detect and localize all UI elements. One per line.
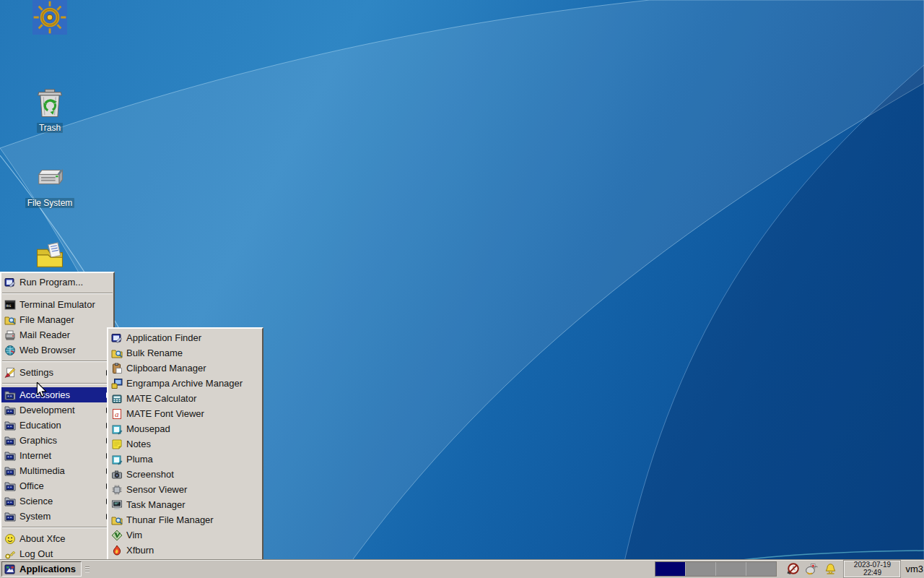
system-tray — [786, 562, 837, 576]
category-folder-icon — [4, 511, 16, 522]
menu-item-settings[interactable]: Settings — [1, 365, 113, 380]
chip-icon — [111, 484, 123, 496]
menu-item-mail-reader[interactable]: Mail Reader — [1, 327, 113, 342]
submenu-item-mate-font-viewer[interactable]: a MATE Font Viewer — [108, 406, 262, 421]
workspace-switcher — [655, 561, 777, 577]
category-folder-icon — [4, 405, 16, 416]
file-system-icon — [32, 162, 67, 197]
browser-icon — [4, 345, 16, 356]
app-finder-icon — [111, 332, 123, 344]
home-icon — [32, 238, 67, 273]
folder-search-icon — [4, 314, 16, 326]
panel-handle[interactable] — [84, 563, 91, 576]
clock-time: 22:49 — [863, 569, 881, 577]
workspace-2[interactable] — [686, 562, 716, 576]
notes-icon — [111, 439, 123, 450]
settings-icon — [4, 367, 16, 379]
helm-icon — [32, 0, 67, 35]
power-indicator-icon[interactable] — [786, 562, 800, 576]
camera-icon — [111, 469, 123, 480]
workspace-1[interactable] — [655, 562, 686, 576]
vim-icon — [111, 530, 123, 541]
submenu-item-vim[interactable]: Vim — [108, 527, 262, 543]
menu-separator — [2, 293, 113, 294]
font-viewer-icon: a — [111, 408, 123, 420]
menu-item-accessories[interactable]: Accessories — [1, 387, 113, 402]
input-device-icon[interactable] — [805, 562, 819, 576]
clock-date: 2023-07-19 — [854, 561, 891, 569]
key-icon — [4, 548, 16, 560]
submenu-item-thunar-file-manager[interactable]: Thunar File Manager — [108, 512, 262, 527]
category-folder-icon — [4, 450, 16, 462]
menu-item-about-xfce[interactable]: About Xfce — [1, 531, 113, 546]
submenu-item-bulk-rename[interactable]: Bulk Rename — [108, 345, 262, 361]
submenu-item-sensor-viewer[interactable]: Sensor Viewer — [108, 482, 262, 497]
submenu-item-task-manager[interactable]: Task Manager — [108, 497, 262, 512]
category-folder-icon — [4, 480, 16, 492]
submenu-item-pluma[interactable]: Pluma — [108, 452, 262, 467]
clipboard-icon — [111, 363, 123, 374]
menu-item-office[interactable]: Office — [1, 478, 113, 493]
menu-item-development[interactable]: Development — [1, 402, 113, 418]
submenu-item-notes[interactable]: Notes — [108, 436, 262, 452]
menu-item-system[interactable]: System — [1, 509, 113, 524]
svg-text:ms: ms — [6, 303, 12, 308]
svg-text:a: a — [115, 410, 119, 418]
menu-item-file-manager[interactable]: File Manager — [1, 312, 113, 327]
submenu-item-application-finder[interactable]: Application Finder — [108, 330, 262, 345]
menu-separator — [2, 383, 113, 384]
desktop-icon[interactable] — [10, 0, 90, 35]
terminal-icon: ms — [4, 299, 16, 311]
menu-separator — [2, 361, 113, 362]
applications-menu: Run Program... ms Terminal Emulator File… — [0, 272, 115, 564]
menu-item-run-program[interactable]: Run Program... — [1, 275, 113, 290]
menu-item-internet[interactable]: Internet — [1, 448, 113, 463]
run-icon — [4, 277, 16, 288]
menu-item-multimedia[interactable]: Multimedia — [1, 463, 113, 478]
category-folder-icon — [4, 465, 16, 477]
submenu-item-mate-calculator[interactable]: MATE Calculator — [108, 391, 262, 406]
menu-separator — [2, 527, 113, 528]
category-folder-icon — [4, 435, 16, 447]
flame-icon — [111, 545, 123, 556]
xfce-menu-icon — [4, 564, 16, 575]
smiley-icon — [4, 533, 16, 545]
submenu-item-xfburn[interactable]: Xfburn — [108, 543, 262, 558]
hostname-label: vm3 — [905, 564, 923, 574]
submenu-item-engrampa-archive-manager[interactable]: Engrampa Archive Manager — [108, 376, 262, 391]
desktop-icon-file-system[interactable]: File System — [10, 162, 90, 208]
submenu-item-screenshot[interactable]: Screenshot — [108, 467, 262, 482]
category-folder-icon — [4, 389, 16, 401]
submenu-item-clipboard-manager[interactable]: Clipboard Manager — [108, 361, 262, 376]
category-folder-icon — [4, 420, 16, 431]
folder-search-icon — [111, 348, 123, 359]
notepad-blue-icon — [111, 454, 123, 465]
clock[interactable]: 2023-07-19 22:49 — [844, 561, 900, 577]
workspace-3[interactable] — [716, 562, 746, 576]
mail-icon — [4, 329, 16, 341]
trash-icon — [32, 87, 67, 121]
menu-item-web-browser[interactable]: Web Browser — [1, 342, 113, 358]
notifications-icon[interactable] — [824, 562, 837, 576]
applications-button[interactable]: Applications — [1, 561, 82, 577]
submenu-item-mousepad[interactable]: Mousepad — [108, 421, 262, 436]
desktop-icon-trash[interactable]: Trash — [10, 87, 90, 133]
taskbar: Applications 2023-07-19 22:49 vm3 — [0, 559, 924, 578]
notepad-blue-icon — [111, 423, 123, 435]
menu-item-graphics[interactable]: Graphics — [1, 433, 113, 448]
calculator-icon — [111, 393, 123, 405]
menu-item-education[interactable]: Education — [1, 418, 113, 433]
workspace-4[interactable] — [746, 562, 776, 576]
monitor-icon — [111, 499, 123, 511]
menu-item-science[interactable]: Science — [1, 493, 113, 509]
desktop: Trash File System Home Run Program... ms… — [0, 0, 924, 578]
folder-search-icon — [111, 514, 123, 526]
engrampa-icon — [111, 378, 123, 389]
applications-button-label: Applications — [19, 564, 76, 574]
menu-item-terminal-emulator[interactable]: ms Terminal Emulator — [1, 297, 113, 312]
category-folder-icon — [4, 496, 16, 507]
accessories-submenu: Application Finder Bulk Rename Clipboard… — [107, 327, 263, 561]
